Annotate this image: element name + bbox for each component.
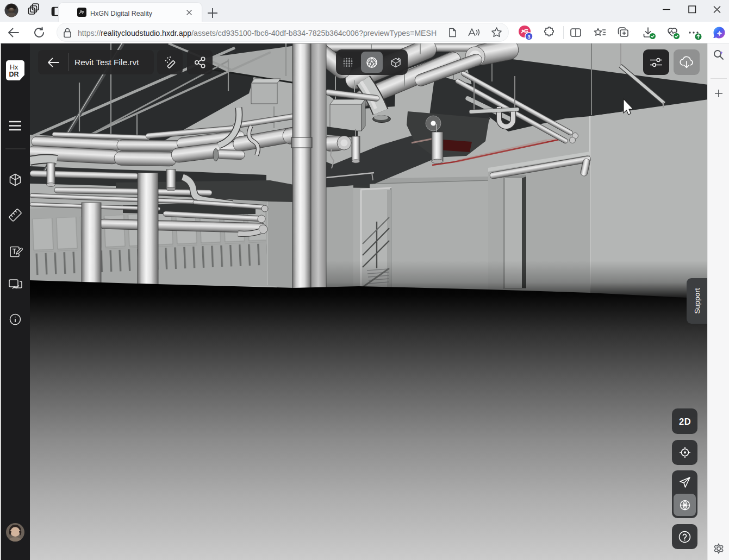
svg-text:Revit Test File.rvt: Revit Test File.rvt [74,58,139,67]
svg-text:HxGN Digital Reality: HxGN Digital Reality [90,10,153,17]
svg-text:3: 3 [527,34,530,40]
svg-text:2D: 2D [678,416,690,426]
svg-text:Support: Support [693,288,701,314]
svg-text:https://realitycloudstudio.hxd: https://realitycloudstudio.hxdr.app/asse… [78,29,437,37]
svg-text:DR: DR [9,71,19,78]
